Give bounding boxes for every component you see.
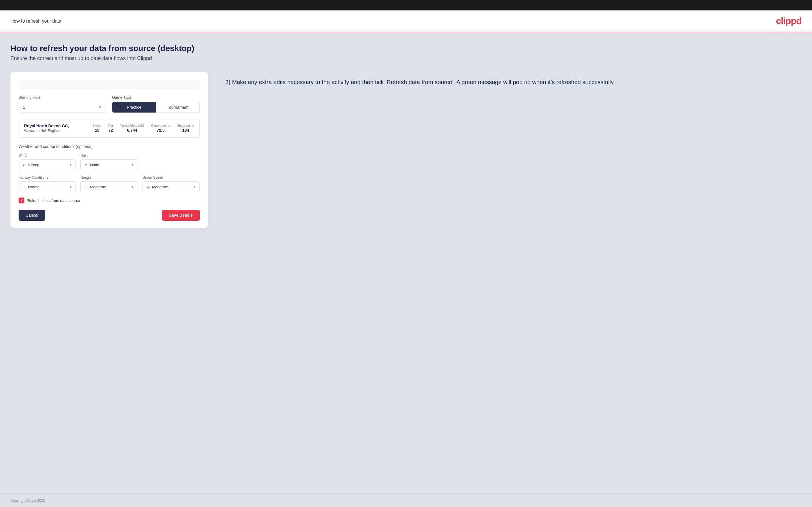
slope-rating-value: 134 (177, 128, 194, 132)
rain-value: None (90, 163, 128, 167)
refresh-row: Refresh shots from data source (18, 198, 200, 203)
side-text-content: 3) Make any extra edits necessary to the… (225, 78, 802, 87)
yards-stat: Yards/White (M)) 6,744 (120, 124, 144, 132)
practice-button[interactable]: Practice (112, 102, 156, 113)
starting-hole-value: 1 (23, 105, 25, 110)
yards-label: Yards/White (M)) (120, 124, 144, 127)
wind-icon: ≋ (22, 162, 26, 167)
header-title: How to refresh your data (10, 18, 61, 24)
par-label: Par (108, 124, 113, 127)
holes-stat: Holes 18 (93, 124, 101, 132)
chevron-down-icon: ▼ (69, 163, 72, 167)
content-area: Starting Hole 1 ▼ Game Type Practice Tou… (10, 72, 802, 228)
top-hint (18, 80, 200, 89)
course-rating-stat: Course rating 72.5 (151, 124, 170, 132)
conditions-row-2: Fairway Conditions ⊙ Normal ▼ Rough ⊙ Mo… (18, 175, 200, 192)
starting-hole-label: Starting Hole (18, 95, 106, 100)
course-info-left: Royal North Devon GC, Westward Ho!, Engl… (24, 123, 69, 133)
course-rating-label: Course rating (151, 124, 170, 127)
footer-text: Copyright Clippd 2022 (10, 499, 45, 503)
rain-icon: ✦ (84, 162, 88, 167)
cancel-button[interactable]: Cancel (18, 210, 45, 221)
course-rating-value: 72.5 (151, 128, 170, 132)
starting-hole-group: Starting Hole 1 ▼ (18, 95, 106, 113)
rough-select[interactable]: ⊙ Moderate ▼ (81, 181, 138, 192)
form-card: Starting Hole 1 ▼ Game Type Practice Tou… (10, 72, 208, 228)
green-speed-icon: ◎ (146, 184, 150, 189)
course-info-box: Royal North Devon GC, Westward Ho!, Engl… (18, 119, 200, 138)
save-details-button[interactable]: Save Details (162, 210, 200, 221)
yards-value: 6,744 (120, 128, 144, 132)
chevron-down-icon: ▼ (131, 185, 134, 188)
rough-value: Moderate (90, 185, 128, 189)
fairway-label: Fairway Conditions (18, 175, 76, 179)
green-speed-label: Green Speed (143, 175, 200, 179)
rough-label: Rough (81, 175, 138, 179)
header: How to refresh your data clippd (0, 10, 812, 32)
par-stat: Par 72 (108, 124, 113, 132)
par-value: 72 (108, 128, 113, 132)
slope-rating-stat: Slope rating 134 (177, 124, 194, 132)
slope-rating-label: Slope rating (177, 124, 194, 127)
green-speed-group: Green Speed ◎ Moderate ▼ (143, 175, 200, 192)
wind-label: Wind (18, 154, 76, 158)
fairway-group: Fairway Conditions ⊙ Normal ▼ (18, 175, 76, 192)
chevron-down-icon: ▼ (131, 163, 134, 167)
page-heading: How to refresh your data from source (de… (10, 44, 802, 53)
course-location: Westward Ho!, England (24, 129, 69, 133)
fairway-select[interactable]: ⊙ Normal ▼ (18, 181, 76, 192)
fairway-value: Normal (28, 185, 66, 189)
footer: Copyright Clippd 2022 (0, 493, 812, 507)
course-name: Royal North Devon GC, (24, 123, 69, 128)
green-speed-select[interactable]: ◎ Moderate ▼ (143, 181, 200, 192)
fairway-icon: ⊙ (22, 184, 26, 189)
page-subheading: Ensure the correct and most up to date d… (10, 55, 802, 61)
refresh-checkbox[interactable] (18, 198, 24, 203)
wind-group: Wind ≋ Strong ▼ (18, 154, 76, 170)
chevron-down-icon: ▼ (98, 105, 102, 109)
form-row-top: Starting Hole 1 ▼ Game Type Practice Tou… (18, 95, 200, 113)
rain-group: Rain ✦ None ▼ (81, 154, 138, 170)
rain-select[interactable]: ✦ None ▼ (81, 159, 138, 170)
game-type-label: Game Type (112, 95, 200, 100)
main-content: How to refresh your data from source (de… (0, 32, 812, 493)
starting-hole-select[interactable]: 1 ▼ (18, 102, 106, 113)
conditions-row-1: Wind ≋ Strong ▼ Rain ✦ None ▼ (18, 154, 200, 170)
chevron-down-icon: ▼ (69, 185, 72, 188)
game-type-toggle: Practice Tournament (112, 102, 200, 113)
logo: clippd (776, 16, 802, 26)
top-bar (0, 0, 812, 10)
rain-label: Rain (81, 154, 138, 158)
course-stats: Holes 18 Par 72 Yards/White (M)) 6,744 C… (93, 124, 194, 132)
wind-value: Strong (28, 163, 66, 167)
tournament-button[interactable]: Tournament (156, 102, 199, 113)
rough-icon: ⊙ (84, 184, 88, 189)
button-row: Cancel Save Details (18, 210, 200, 221)
holes-label: Holes (93, 124, 101, 127)
wind-select[interactable]: ≋ Strong ▼ (18, 159, 76, 170)
refresh-label: Refresh shots from data source (27, 199, 80, 203)
conditions-title: Weather and course conditions (optional) (18, 144, 200, 149)
green-speed-value: Moderate (152, 185, 191, 189)
chevron-down-icon: ▼ (193, 185, 196, 188)
game-type-group: Game Type Practice Tournament (112, 95, 200, 113)
side-text: 3) Make any extra edits necessary to the… (225, 72, 802, 87)
holes-value: 18 (93, 128, 101, 132)
rough-group: Rough ⊙ Moderate ▼ (81, 175, 138, 192)
